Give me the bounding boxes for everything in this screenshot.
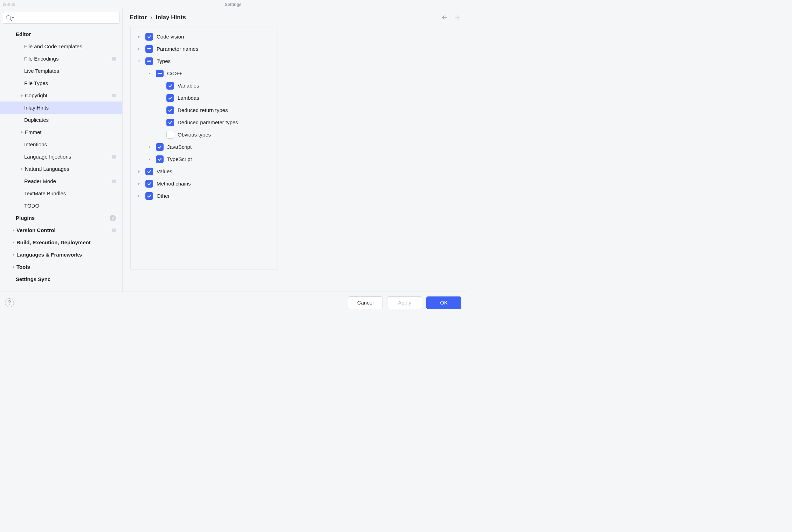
expand-icon[interactable]: [19, 131, 25, 134]
settings-search[interactable]: [3, 12, 119, 24]
sidebar-item-label: Version Control: [16, 227, 112, 233]
hint-row-variables[interactable]: Variables: [136, 79, 272, 92]
checkbox[interactable]: [166, 106, 174, 114]
expand-icon[interactable]: [11, 253, 16, 257]
sidebar-item-label: Tools: [16, 264, 116, 270]
expand-icon[interactable]: [11, 241, 16, 244]
breadcrumb-separator: ›: [150, 14, 152, 21]
search-input[interactable]: [15, 15, 116, 21]
checkbox[interactable]: [156, 155, 164, 163]
checkbox[interactable]: [156, 143, 164, 151]
checkbox[interactable]: [166, 119, 174, 126]
sidebar-item-tools[interactable]: Tools: [0, 261, 122, 273]
sidebar-item-editor[interactable]: Editor: [0, 28, 122, 40]
sidebar-item-emmet[interactable]: Emmet: [0, 126, 122, 138]
expand-icon[interactable]: [136, 47, 142, 51]
hint-row-code-vision[interactable]: Code vision: [136, 30, 272, 43]
hint-row-values[interactable]: Values: [136, 165, 272, 177]
expand-icon[interactable]: [136, 59, 142, 63]
sidebar-item-languages-frameworks[interactable]: Languages & Frameworks: [0, 248, 122, 261]
sidebar-item-natural-languages[interactable]: Natural Languages: [0, 163, 122, 175]
sidebar-item-label: Inlay Hints: [24, 105, 116, 111]
checkbox[interactable]: [166, 82, 174, 90]
sidebar-item-live-templates[interactable]: Live Templates: [0, 65, 122, 77]
sidebar-item-file-types[interactable]: File Types: [0, 77, 122, 89]
sidebar-item-label: Languages & Frameworks: [16, 252, 116, 258]
hint-row-javascript[interactable]: JavaScript: [136, 141, 272, 153]
ok-button[interactable]: OK: [426, 296, 461, 309]
checkbox[interactable]: [145, 45, 153, 53]
inlay-hints-panel: Code visionParameter namesTypesC/C++Vari…: [130, 27, 277, 270]
scope-marker-icon: [112, 180, 116, 183]
hint-row-parameter-names[interactable]: Parameter names: [136, 43, 272, 55]
hint-row-types[interactable]: Types: [136, 55, 272, 67]
sidebar-item-intentions[interactable]: Intentions: [0, 138, 122, 150]
sidebar-item-file-and-code-templates[interactable]: File and Code Templates: [0, 40, 122, 52]
expand-icon[interactable]: [11, 229, 16, 232]
checkbox[interactable]: [166, 94, 174, 102]
hint-row-deduced-parameter-types[interactable]: Deduced parameter types: [136, 116, 272, 128]
checkbox[interactable]: [156, 70, 164, 77]
sidebar-item-copyright[interactable]: Copyright: [0, 89, 122, 102]
hint-label: Lambdas: [178, 95, 199, 101]
hint-row-method-chains[interactable]: Method chains: [136, 177, 272, 190]
sidebar-item-inlay-hints[interactable]: Inlay Hints: [0, 102, 122, 114]
expand-icon[interactable]: [136, 182, 142, 186]
sidebar-item-badge: 2: [110, 215, 116, 221]
expand-icon[interactable]: [136, 170, 142, 173]
cancel-button[interactable]: Cancel: [348, 296, 383, 309]
hint-label: Deduced parameter types: [178, 119, 238, 125]
hint-row-c-c[interactable]: C/C++: [136, 67, 272, 79]
traffic-light-zoom[interactable]: [12, 3, 15, 6]
sidebar-item-duplicates[interactable]: Duplicates: [0, 114, 122, 126]
sidebar-item-language-injections[interactable]: Language Injections: [0, 150, 122, 163]
checkbox[interactable]: [145, 57, 153, 65]
checkbox[interactable]: [145, 168, 153, 175]
expand-icon[interactable]: [19, 94, 25, 97]
checkbox[interactable]: [145, 180, 153, 188]
search-scope-caret-icon[interactable]: [12, 17, 14, 19]
sidebar-item-label: Emmet: [25, 129, 116, 135]
sidebar-item-version-control[interactable]: Version Control: [0, 224, 122, 236]
traffic-light-minimize[interactable]: [7, 3, 11, 6]
nav-back-button[interactable]: [441, 14, 448, 21]
checkbox[interactable]: [145, 33, 153, 41]
expand-icon[interactable]: [136, 35, 142, 38]
breadcrumb: Editor › Inlay Hints: [130, 14, 461, 21]
sidebar-item-settings-sync[interactable]: Settings Sync: [0, 273, 122, 285]
sidebar-item-label: TextMate Bundles: [24, 190, 116, 196]
help-button[interactable]: ?: [5, 298, 14, 307]
sidebar-item-plugins[interactable]: Plugins2: [0, 212, 122, 224]
hint-label: JavaScript: [167, 144, 192, 150]
sidebar-item-label: Intentions: [24, 141, 116, 147]
expand-icon[interactable]: [147, 72, 152, 75]
sidebar-item-reader-mode[interactable]: Reader Mode: [0, 175, 122, 187]
hint-label: TypeScript: [167, 156, 192, 162]
hint-label: Other: [157, 193, 170, 199]
hint-row-obvious-types[interactable]: Obvious types: [136, 128, 272, 141]
checkbox[interactable]: [166, 131, 174, 139]
sidebar-item-textmate-bundles[interactable]: TextMate Bundles: [0, 187, 122, 200]
sidebar-item-label: Reader Mode: [24, 178, 112, 184]
expand-icon[interactable]: [19, 167, 25, 171]
sidebar-item-build-execution-deployment[interactable]: Build, Execution, Deployment: [0, 236, 122, 248]
sidebar-item-label: Natural Languages: [25, 166, 116, 172]
sidebar-item-label: Plugins: [16, 215, 110, 221]
expand-icon[interactable]: [11, 265, 16, 269]
traffic-light-close[interactable]: [3, 3, 6, 6]
sidebar-item-file-encodings[interactable]: File Encodings: [0, 52, 122, 65]
expand-icon[interactable]: [136, 194, 142, 198]
hint-row-typescript[interactable]: TypeScript: [136, 153, 272, 165]
hint-row-other[interactable]: Other: [136, 190, 272, 202]
sidebar-item-label: Editor: [16, 31, 116, 37]
checkbox[interactable]: [145, 192, 153, 200]
hint-row-deduced-return-types[interactable]: Deduced return types: [136, 104, 272, 116]
sidebar-item-label: Settings Sync: [16, 276, 116, 282]
sidebar-item-todo[interactable]: TODO: [0, 200, 122, 212]
hint-label: Deduced return types: [178, 107, 228, 113]
hint-row-lambdas[interactable]: Lambdas: [136, 92, 272, 104]
breadcrumb-parent[interactable]: Editor: [130, 14, 147, 21]
expand-icon[interactable]: [147, 158, 152, 161]
window-title: Settings: [0, 2, 466, 7]
expand-icon[interactable]: [147, 145, 152, 149]
